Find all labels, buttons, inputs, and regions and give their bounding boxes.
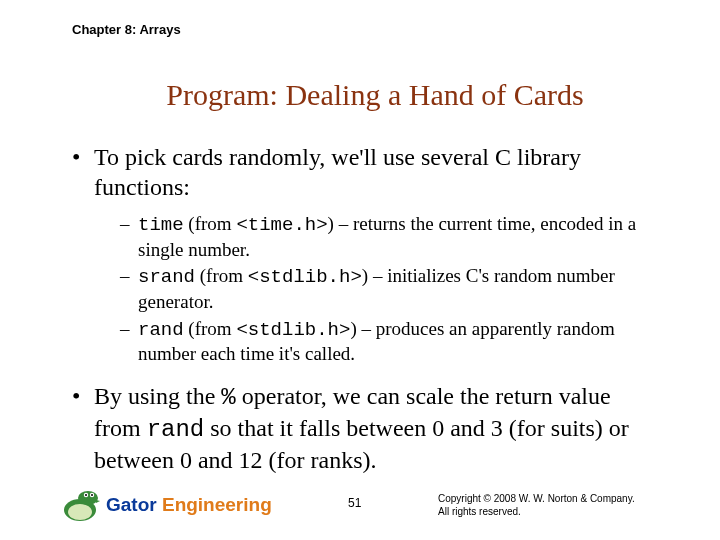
func-name: time: [138, 214, 184, 236]
copyright-line: All rights reserved.: [438, 506, 635, 519]
svg-point-1: [68, 504, 92, 520]
copyright: Copyright © 2008 W. W. Norton & Company.…: [438, 493, 635, 518]
page-number: 51: [348, 496, 361, 510]
engineering-word: Engineering: [162, 494, 272, 515]
slide-content: To pick cards randomly, we'll use severa…: [72, 142, 660, 485]
func-name: rand: [138, 319, 184, 341]
from-label: (from: [184, 318, 237, 339]
func-header: <stdlib.h>: [236, 319, 350, 341]
gator-logo-text: Gator Engineering: [106, 494, 272, 516]
from-label: (from: [195, 265, 248, 286]
list-item: rand (from <stdlib.h>) – produces an app…: [120, 317, 660, 367]
gator-word: Gator: [106, 494, 162, 515]
bullet-scale: By using the % operator, we can scale th…: [72, 381, 660, 475]
list-item: time (from <time.h>) – returns the curre…: [120, 212, 660, 262]
func-name: srand: [138, 266, 195, 288]
bullet-intro: To pick cards randomly, we'll use severa…: [72, 142, 660, 202]
rand-inline: rand: [147, 416, 205, 443]
gator-icon: [58, 484, 102, 524]
copyright-line: Copyright © 2008 W. W. Norton & Company.: [438, 493, 635, 506]
function-list: time (from <time.h>) – returns the curre…: [120, 212, 660, 367]
func-header: <time.h>: [236, 214, 327, 236]
svg-point-2: [78, 491, 98, 505]
list-item: srand (from <stdlib.h>) – initializes C'…: [120, 264, 660, 314]
from-label: (from: [184, 213, 237, 234]
mod-operator: %: [221, 384, 235, 411]
svg-point-5: [85, 494, 87, 496]
footer: Gator Engineering 51 Copyright © 2008 W.…: [0, 480, 720, 524]
svg-point-6: [91, 494, 93, 496]
slide-title: Program: Dealing a Hand of Cards: [0, 78, 720, 112]
func-header: <stdlib.h>: [248, 266, 362, 288]
chapter-heading: Chapter 8: Arrays: [72, 22, 181, 37]
text-part: By using the: [94, 383, 221, 409]
